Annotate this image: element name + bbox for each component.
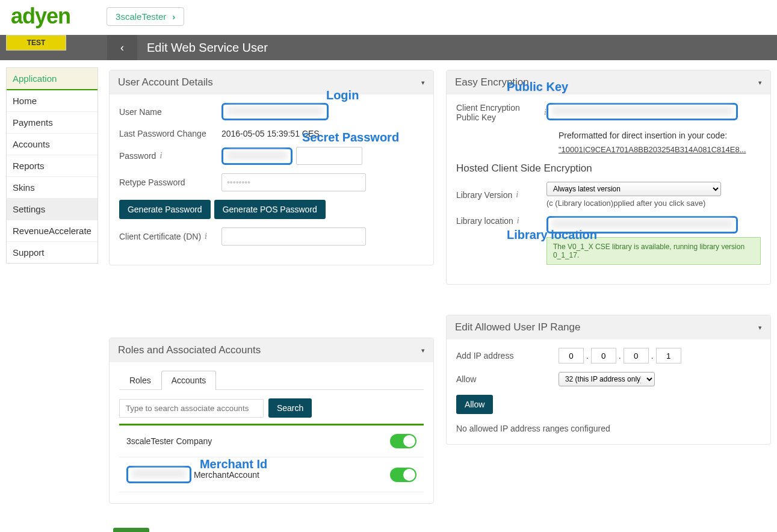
info-icon[interactable]: i xyxy=(517,216,519,226)
nav-payments[interactable]: Payments xyxy=(7,112,98,134)
panel-title: Easy Encryption xyxy=(455,76,529,88)
caret-down-icon: ▾ xyxy=(421,79,425,87)
library-version-select[interactable]: Always latest version xyxy=(546,182,721,196)
adyen-logo: adyen xyxy=(11,4,70,29)
label-add-ip: Add IP address xyxy=(456,351,559,360)
nav-accounts[interactable]: Accounts xyxy=(7,134,98,155)
library-note: The V0_1_X CSE library is available, run… xyxy=(546,237,761,265)
account-selector[interactable]: 3scaleTester › xyxy=(107,7,184,26)
account-name: 3scaleTester xyxy=(116,11,166,22)
retype-password-input[interactable] xyxy=(221,173,366,191)
label-username: User Name xyxy=(119,107,221,117)
panel-header-encryption[interactable]: Easy Encryption ▾ xyxy=(447,70,770,94)
titlebar: ‹ Edit Web Service User xyxy=(0,35,777,60)
panel-header-roles[interactable]: Roles and Associated Accounts ▾ xyxy=(110,338,433,362)
generate-password-button[interactable]: Generate Password xyxy=(119,200,211,219)
info-icon[interactable]: i xyxy=(159,151,162,161)
preformatted-value[interactable]: "10001|C9CEA1701A8BB203254B314A081C814E8… xyxy=(559,145,761,154)
panel-easy-encryption: Easy Encryption ▾ Public Key Library loc… xyxy=(446,70,771,285)
save-button[interactable]: Save xyxy=(113,528,149,532)
account-row: 3scaleTester Company xyxy=(119,425,424,457)
panel-title: User Account Details xyxy=(118,76,213,88)
search-button[interactable]: Search xyxy=(268,398,312,418)
caret-down-icon: ▾ xyxy=(421,347,425,354)
ip-inputs: . . . xyxy=(559,348,761,363)
info-icon[interactable]: i xyxy=(516,190,518,200)
panel-header-ip[interactable]: Edit Allowed User IP Range ▾ xyxy=(447,315,770,339)
preformatted-label: Preformatted for direct insertion in you… xyxy=(559,131,761,140)
sidebar: TEST Application Home Payments Accounts … xyxy=(6,35,98,264)
no-ip-text: No allowed IP address ranges configured xyxy=(456,424,761,433)
label-retype-password: Retype Password xyxy=(119,178,221,187)
nav-reports[interactable]: Reports xyxy=(7,155,98,177)
top-header: adyen 3scaleTester › xyxy=(0,0,777,35)
label-client-cert: Client Certificate (DN) i xyxy=(119,232,221,241)
label-last-pw-change: Last Password Change xyxy=(119,129,221,138)
caret-down-icon: ▾ xyxy=(758,79,762,87)
nav-heading[interactable]: Application xyxy=(7,68,98,90)
ip-octet-4[interactable] xyxy=(656,348,681,363)
label-library-version: Library Version i xyxy=(456,190,546,200)
password-value-box xyxy=(221,147,293,165)
account-toggle[interactable] xyxy=(390,434,416,448)
test-badge: TEST xyxy=(6,35,66,51)
ip-octet-1[interactable] xyxy=(559,348,584,363)
label-public-key: Client Encryption Public Key i xyxy=(456,103,546,122)
panel-roles: Roles and Associated Accounts ▾ Roles Ac… xyxy=(109,338,434,504)
panel-title: Edit Allowed User IP Range xyxy=(455,321,581,333)
tab-roles[interactable]: Roles xyxy=(119,371,161,389)
panel-header-user-details[interactable]: User Account Details ▾ xyxy=(110,70,433,94)
caret-down-icon: ▾ xyxy=(758,324,762,332)
ip-octet-3[interactable] xyxy=(624,348,649,363)
page-title: Edit Web Service User xyxy=(147,41,268,55)
search-accounts-input[interactable] xyxy=(119,399,264,418)
panel-ip-range: Edit Allowed User IP Range ▾ Add IP addr… xyxy=(446,315,771,445)
client-cert-input[interactable] xyxy=(221,227,366,246)
nav-skins[interactable]: Skins xyxy=(7,177,98,199)
label-password: Password i xyxy=(119,151,221,161)
version-note: (c (Library location)pplied after you cl… xyxy=(546,199,761,208)
back-button[interactable]: ‹ xyxy=(107,35,137,60)
library-location-box xyxy=(546,216,738,234)
nav-home[interactable]: Home xyxy=(7,90,98,112)
panel-user-details: User Account Details ▾ Login Secret Pass… xyxy=(109,70,434,265)
label-allow: Allow xyxy=(456,374,559,384)
panel-title: Roles and Associated Accounts xyxy=(118,344,261,356)
username-value-box xyxy=(221,103,329,120)
generate-pos-password-button[interactable]: Generate POS Password xyxy=(214,200,326,219)
tab-accounts[interactable]: Accounts xyxy=(161,371,217,390)
hosted-encryption-title: Hosted Client Side Encryption xyxy=(456,162,761,175)
nav-support[interactable]: Support xyxy=(7,242,98,263)
last-pw-change-value: 2016-05-05 15:39:51 CES xyxy=(221,129,424,138)
nav-revenue[interactable]: RevenueAccelerate xyxy=(7,220,98,242)
info-icon[interactable]: i xyxy=(205,232,207,241)
account-label: MerchantAccount xyxy=(194,470,259,480)
merchant-id-box xyxy=(126,466,191,483)
label-library-location: Library location i xyxy=(456,216,546,226)
allow-select[interactable]: 32 (this IP address only) xyxy=(559,372,655,386)
chevron-right-icon: › xyxy=(172,11,175,22)
nav: Application Home Payments Accounts Repor… xyxy=(6,67,98,264)
password-input[interactable] xyxy=(296,147,362,165)
account-row: MerchantAccount xyxy=(119,457,424,492)
account-toggle[interactable] xyxy=(390,468,416,482)
ip-octet-2[interactable] xyxy=(591,348,616,363)
allow-button[interactable]: Allow xyxy=(456,395,493,414)
nav-settings[interactable]: Settings xyxy=(7,199,98,220)
public-key-box xyxy=(546,103,738,120)
account-label: 3scaleTester Company xyxy=(126,436,212,446)
